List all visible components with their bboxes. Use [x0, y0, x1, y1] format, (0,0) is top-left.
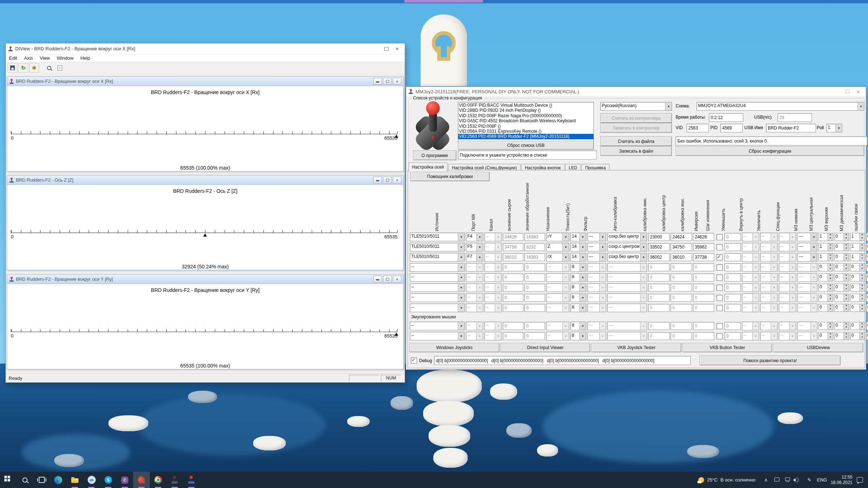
assignment-select[interactable]: rY▼ — [546, 233, 569, 241]
deadzone-low-stepper[interactable]: 0▲▼ — [818, 263, 833, 271]
usb-device-item[interactable]: VID:0A5C PID:4502 Broadcom Bluetooth Wir… — [458, 118, 593, 123]
increase-select[interactable]: --▼ — [779, 263, 796, 272]
language-indicator[interactable]: ENG — [817, 477, 827, 483]
save-button[interactable] — [8, 63, 17, 73]
deadzone-high-stepper[interactable]: 0▲▼ — [850, 263, 865, 271]
calibration-max-field[interactable]: 0 — [693, 322, 714, 330]
deadzone-high-stepper[interactable]: 0▲▼ — [850, 284, 865, 292]
filter-select[interactable]: ---▼ — [587, 283, 606, 292]
precision-select[interactable]: 8▼ — [570, 263, 586, 272]
decrease-select[interactable]: --▼ — [742, 233, 759, 241]
inversion-checkbox[interactable] — [716, 295, 723, 301]
chart-minimize-button[interactable]: ▬ — [373, 177, 382, 183]
channel-select[interactable]: --▼ — [484, 273, 502, 282]
precision-select[interactable]: 14▼ — [570, 243, 586, 251]
decrease-select[interactable]: --▼ — [742, 243, 759, 251]
source-select[interactable]: --▼ — [410, 293, 465, 302]
filter-select[interactable]: ---▼ — [587, 332, 606, 340]
deadzone-high-stepper[interactable]: 1▲▼ — [850, 233, 865, 241]
increase-select[interactable]: --▼ — [779, 322, 796, 330]
chart-restore-button[interactable] — [383, 276, 392, 283]
calibration-max-field[interactable]: 35962 — [693, 243, 714, 251]
calibration-helper-button[interactable]: Помощник калибровки — [410, 172, 490, 181]
inversion-checkbox[interactable] — [716, 275, 723, 281]
filter-select[interactable]: ---▼ — [587, 263, 606, 272]
chart-close-button[interactable]: × — [393, 78, 401, 85]
usb-device-item[interactable]: VID:2563 PID:4569 BRD Rudder-F2 (MMJoy2-… — [458, 134, 593, 139]
mcu-port-select[interactable]: --▼ — [466, 293, 483, 302]
tool-button[interactable]: VKB Button Tester — [682, 343, 773, 352]
deadzone-low-stepper[interactable]: 0▲▼ — [818, 332, 833, 340]
calibration-min-field[interactable]: 23000 — [648, 233, 669, 241]
chart-titlebar[interactable]: BRD Rudders-F2 - Вращение вокруг оси Y [… — [7, 275, 403, 284]
taskbar-mmjoy[interactable] — [166, 472, 183, 488]
usb-device-item[interactable]: VID:056A PID:0331 ExpressKey Remote () — [458, 129, 593, 134]
usb-device-item[interactable]: VID:00FF PID:BACC Virtual Multitouch Dev… — [458, 103, 593, 108]
decrease-select[interactable]: --▼ — [742, 253, 759, 262]
decrease-select[interactable]: --▼ — [742, 304, 759, 312]
deadzone-low-stepper[interactable]: 1▲▼ — [818, 243, 833, 251]
calibration-center-field[interactable]: 0 — [671, 332, 692, 340]
filter-select[interactable]: ---▼ — [587, 304, 606, 312]
mcu-port-select[interactable]: F5▼ — [466, 243, 483, 251]
filter-select[interactable]: ---▼ — [587, 293, 606, 302]
poll-select[interactable]: 1▼ — [826, 124, 842, 132]
usb-device-item[interactable]: VID:28BD PID:092D 24 inch PenDisplay () — [458, 108, 593, 113]
tool-button[interactable]: USBDeview — [773, 343, 863, 352]
assignment-select[interactable]: --▼ — [546, 263, 569, 272]
special-function-select[interactable]: ---▼ — [797, 283, 817, 292]
deadzone-high-stepper[interactable]: 0▲▼ — [850, 304, 865, 312]
special-function-select[interactable]: ---▼ — [797, 233, 817, 241]
inversion-checkbox[interactable] — [716, 285, 723, 291]
increase-select[interactable]: --▼ — [779, 233, 796, 241]
autocalibration-select[interactable]: сохр.без центр▼ — [607, 233, 647, 241]
deadzone-center-stepper[interactable]: 0▲▼ — [834, 332, 849, 340]
weather-desc[interactable]: В осн. солнечно — [720, 477, 756, 483]
decrease-select[interactable]: --▼ — [742, 332, 759, 340]
properties-button[interactable]: ✓ — [55, 63, 65, 73]
mmjoy-restore-button[interactable] — [842, 88, 853, 96]
decrease-select[interactable]: --▼ — [742, 273, 759, 282]
calibration-max-field[interactable]: 0 — [693, 294, 714, 302]
calibration-min-field[interactable]: 0 — [648, 304, 669, 312]
menu-item[interactable]: Window — [57, 55, 73, 61]
chart-restore-button[interactable] — [383, 177, 392, 183]
return-center-select[interactable]: --▼ — [760, 322, 778, 330]
calibration-min-field[interactable]: 0 — [648, 332, 669, 340]
chart-close-button[interactable]: × — [393, 177, 401, 183]
usb-device-item[interactable]: VID:1532 PID:008F Razer Naga Pro (000000… — [458, 113, 593, 118]
deadzone-dynamic-stepper[interactable]: 0▲▼ — [866, 253, 868, 261]
deadzone-center-stepper[interactable]: 0▲▼ — [834, 243, 849, 251]
calibration-max-field[interactable]: 37738 — [693, 253, 714, 261]
return-center-select[interactable]: --▼ — [760, 253, 778, 262]
increase-select[interactable]: --▼ — [779, 332, 796, 340]
increase-select[interactable]: --▼ — [779, 243, 796, 251]
precision-select[interactable]: 8▼ — [570, 304, 586, 312]
deadzone-dynamic-stepper[interactable]: 0▲▼ — [866, 304, 868, 312]
mcu-port-select[interactable]: --▼ — [466, 263, 483, 272]
tablet-icon[interactable] — [771, 477, 782, 483]
taskbar-qbittorrent[interactable]: qb — [83, 472, 100, 488]
channel-select[interactable]: --▼ — [484, 243, 502, 251]
autocalibration-select[interactable]: ---▼ — [607, 273, 647, 282]
deadzone-dynamic-stepper[interactable]: 0▲▼ — [866, 322, 868, 330]
autocalibration-select[interactable]: ---▼ — [607, 322, 647, 330]
deadzone-high-stepper[interactable]: 1▲▼ — [850, 243, 865, 251]
weather-icon[interactable] — [698, 477, 704, 483]
tool-button[interactable]: Windows Joysticks — [409, 343, 499, 352]
device-hint-field[interactable]: Подключите и укажите устройство в списке — [458, 150, 597, 160]
about-button[interactable]: О программе — [413, 150, 456, 160]
return-center-select[interactable]: --▼ — [760, 263, 778, 272]
uptime-field[interactable]: 0:2:12 — [709, 113, 743, 122]
chart-close-button[interactable]: × — [393, 276, 401, 283]
inversion-checkbox[interactable] — [716, 264, 723, 271]
menu-item[interactable]: Edit — [9, 55, 17, 61]
calibration-center-field[interactable]: 36010 — [671, 253, 692, 261]
special-function-select[interactable]: ---▼ — [797, 263, 817, 272]
deadzone-dynamic-stepper[interactable]: 0▲▼ — [866, 332, 868, 340]
ethernet-icon[interactable] — [782, 477, 793, 483]
return-center-select[interactable]: --▼ — [760, 283, 778, 292]
write-controller-button[interactable]: Записать в контроллер — [600, 123, 672, 133]
usb-device-item[interactable]: VID:1532 PID:008F () — [458, 124, 593, 129]
task-view-button[interactable] — [33, 472, 50, 488]
